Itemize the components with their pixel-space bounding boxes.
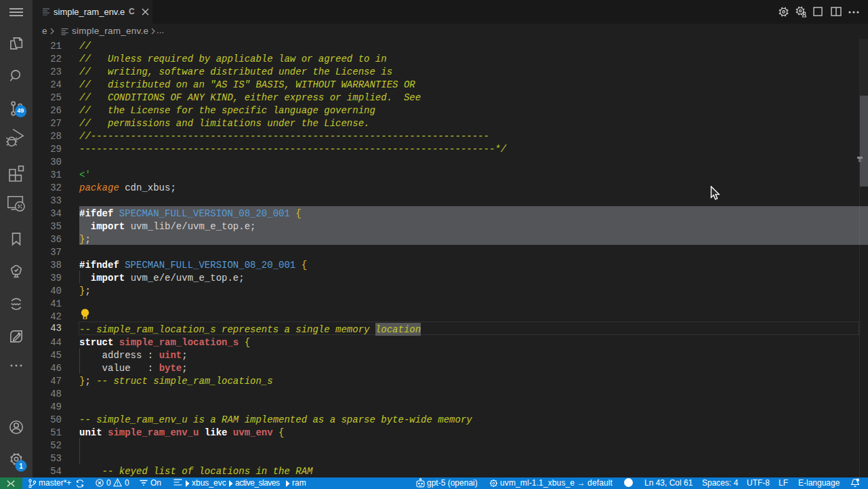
svg-text:1: 1 (19, 463, 23, 470)
